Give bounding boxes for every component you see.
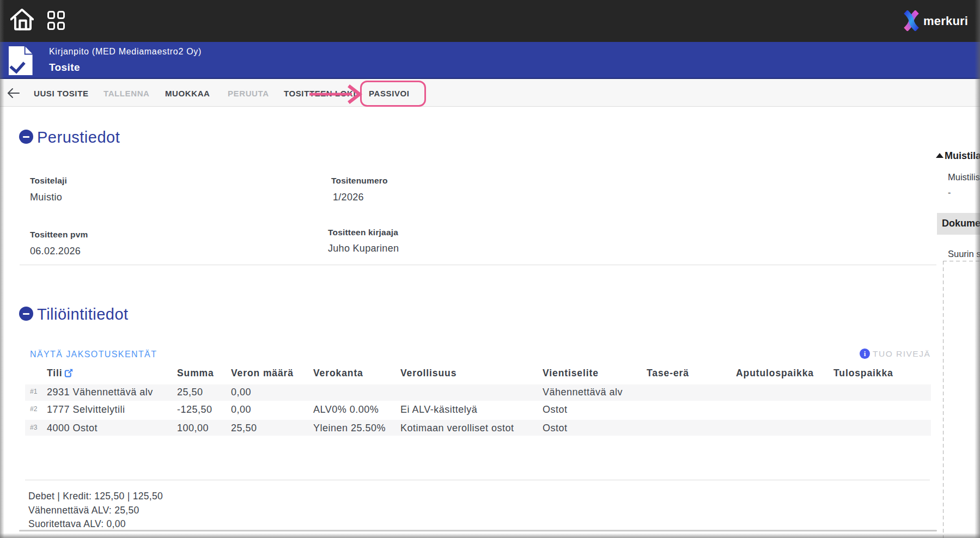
svg-text:i: i <box>864 350 866 358</box>
